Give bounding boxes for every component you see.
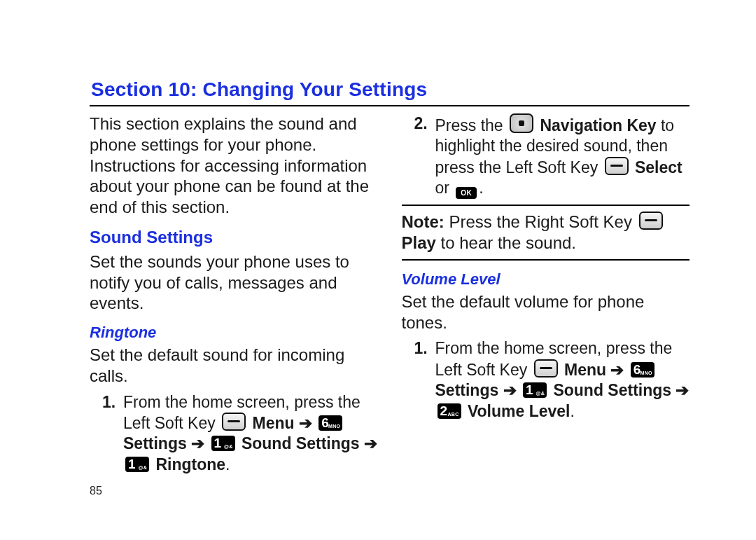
right-column: 2. Press the Navigation Key to highlight… <box>402 113 690 497</box>
note-text: Press the Right Soft Key <box>444 212 637 231</box>
softkey-icon <box>639 212 663 230</box>
arrow-icon: ➔ <box>676 381 689 399</box>
softkey-icon <box>534 359 558 378</box>
arrow-icon: ➔ <box>191 434 209 452</box>
two-column-layout: This section explains the sound and phon… <box>90 113 690 497</box>
settings-label: Settings <box>435 381 499 399</box>
navigation-key-label: Navigation Key <box>540 116 656 134</box>
note-divider-top <box>402 205 690 206</box>
menu-label: Menu <box>564 361 606 379</box>
period: . <box>479 179 483 197</box>
select-label: Select <box>635 158 682 176</box>
ok-key-icon: OK <box>456 187 477 199</box>
volume-level-heading: Volume Level <box>402 270 690 289</box>
step-number: 1. <box>102 392 115 413</box>
section-title: Section 10: Changing Your Settings <box>91 78 690 101</box>
ringtone-steps: 1. From the home screen, press the Left … <box>102 392 378 476</box>
note-label: Note: <box>402 212 444 231</box>
or-text: or <box>435 179 454 197</box>
play-label: Play <box>402 233 436 252</box>
arrow-icon: ➔ <box>503 381 521 399</box>
title-divider <box>90 105 690 106</box>
note-paragraph: Note: Press the Right Soft Key Play to h… <box>402 212 690 254</box>
key-1-icon: 1@& <box>211 436 235 451</box>
arrow-icon: ➔ <box>364 434 377 452</box>
volume-level-label: Volume Level <box>468 402 570 420</box>
manual-page: Section 10: Changing Your Settings This … <box>0 0 756 497</box>
note-divider-bottom <box>402 259 690 261</box>
step-text: Press the <box>435 116 508 134</box>
note-text: to hear the sound. <box>436 233 576 252</box>
intro-paragraph: This section explains the sound and phon… <box>90 113 378 218</box>
ringtone-steps-continued: 2. Press the Navigation Key to highlight… <box>414 113 690 199</box>
step-number: 2. <box>414 113 428 134</box>
key-1-icon: 1@& <box>523 382 547 398</box>
ringtone-heading: Ringtone <box>90 324 378 342</box>
sound-settings-desc: Set the sounds your phone uses to notify… <box>90 251 378 314</box>
volume-steps: 1. From the home screen, press the Left … <box>414 338 690 422</box>
ringtone-label: Ringtone <box>155 455 225 473</box>
sound-settings-label: Sound Settings <box>553 381 671 399</box>
key-6-icon: 6MNO <box>631 362 654 378</box>
sound-settings-label: Sound Settings <box>241 434 360 452</box>
arrow-icon: ➔ <box>610 361 628 379</box>
key-6-icon: 6MNO <box>318 415 342 431</box>
ringtone-step-2: 2. Press the Navigation Key to highlight… <box>414 113 690 199</box>
settings-label: Settings <box>123 434 187 452</box>
menu-label: Menu <box>252 414 294 432</box>
step-number: 1. <box>414 338 428 359</box>
arrow-icon: ➔ <box>299 414 316 432</box>
page-number: 85 <box>90 485 378 497</box>
softkey-icon <box>222 413 246 431</box>
sound-settings-heading: Sound Settings <box>90 228 378 247</box>
left-column: This section explains the sound and phon… <box>90 113 378 497</box>
key-1-icon: 1@& <box>125 457 149 472</box>
navigation-key-icon <box>510 113 533 133</box>
period: . <box>225 455 230 473</box>
softkey-icon <box>605 157 629 175</box>
volume-level-desc: Set the default volume for phone tones. <box>402 291 690 333</box>
ringtone-desc: Set the default sound for incoming calls… <box>90 345 378 387</box>
period: . <box>570 402 574 420</box>
ringtone-step-1: 1. From the home screen, press the Left … <box>102 392 378 476</box>
volume-step-1: 1. From the home screen, press the Left … <box>414 338 690 422</box>
key-2-icon: 2ABC <box>438 403 461 419</box>
